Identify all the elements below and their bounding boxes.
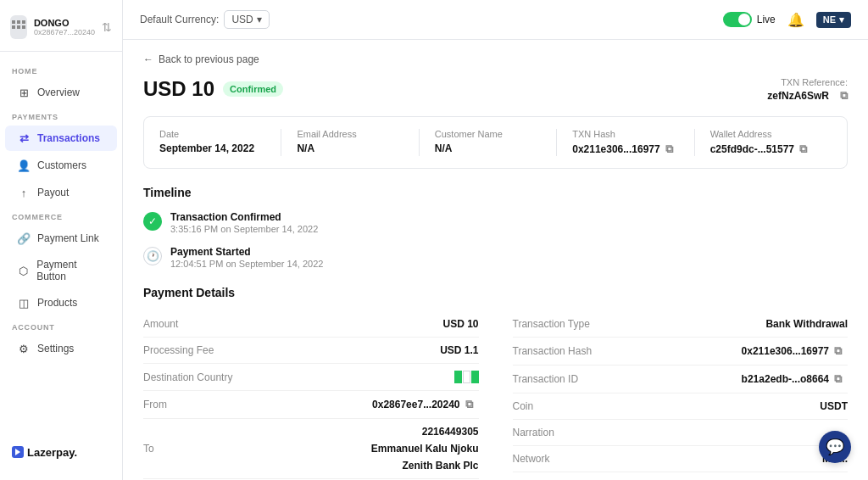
- timeline-title: Timeline: [143, 186, 848, 199]
- account-section-label: ACCOUNT: [0, 316, 122, 335]
- back-link[interactable]: ← Back to previous page: [143, 53, 848, 65]
- info-email-col: Email Address N/A: [281, 129, 418, 156]
- detail-amount-value: USD 10: [442, 318, 478, 330]
- detail-to-label: To: [143, 443, 154, 455]
- info-date-value: September 14, 2022: [159, 142, 281, 154]
- currency-select[interactable]: USD ▾: [224, 10, 269, 29]
- toggle-thumb: [738, 14, 750, 25]
- svg-rect-0: [12, 20, 15, 24]
- detail-txn-hash: Transaction Hash 0x211e306...16977 ⧉: [513, 338, 849, 366]
- brand-name: DONGO: [34, 18, 95, 28]
- txn-ref-value: zefNzA6SwR ⧉: [767, 89, 848, 103]
- txn-status-badge: Confirmed: [223, 81, 283, 97]
- chat-icon: 💬: [826, 438, 844, 456]
- chat-bubble[interactable]: 💬: [819, 431, 851, 463]
- detail-from-value: 0x2867ee7...20240 ⧉: [372, 398, 478, 411]
- info-date-label: Date: [159, 129, 281, 139]
- hash-copy-icon[interactable]: ⧉: [665, 142, 679, 156]
- detail-network: Network Mai...: [513, 446, 849, 472]
- txn-id-copy-icon[interactable]: ⧉: [834, 372, 848, 386]
- brand-chevron-icon: ⇅: [102, 20, 112, 34]
- started-icon: 🕐: [143, 247, 162, 265]
- payment-details-section: Payment Details Amount USD 10 Processing…: [143, 286, 848, 479]
- back-link-text: Back to previous page: [159, 53, 259, 65]
- info-wallet-label: Wallet Address: [710, 129, 832, 139]
- toggle-track[interactable]: [723, 12, 752, 27]
- wallet-copy-icon[interactable]: ⧉: [799, 142, 813, 156]
- sidebar-item-products[interactable]: ◫ Products: [5, 290, 117, 315]
- timeline-item-started: 🕐 Payment Started 12:04:51 PM on Septemb…: [143, 246, 848, 269]
- sidebar-item-customers[interactable]: 👤 Customers: [5, 153, 117, 178]
- sidebar-item-settings[interactable]: ⚙ Settings: [5, 336, 117, 361]
- currency-label: Default Currency:: [140, 14, 219, 25]
- detail-to: To 2216449305 Emmanuel Kalu Njoku Zenith…: [143, 419, 479, 479]
- timeline-item-confirmed: ✓ Transaction Confirmed 3:35:16 PM on Se…: [143, 211, 848, 234]
- main-content: Default Currency: USD ▾ Live 🔔 NE ▾ ←: [123, 0, 868, 480]
- lazerpay-logo: Lazerpay.: [12, 443, 110, 461]
- sidebar-item-payout[interactable]: ↑ Payout: [5, 180, 117, 205]
- detail-coin: Coin USDT: [513, 393, 849, 420]
- payments-section-label: PAYMENTS: [0, 106, 122, 125]
- detail-txn-type-label: Transaction Type: [513, 318, 590, 330]
- timeline-started-text: Payment Started 12:04:51 PM on September…: [170, 246, 323, 269]
- timeline-started-time: 12:04:51 PM on September 14, 2022: [170, 259, 323, 269]
- sidebar-item-overview-label: Overview: [37, 87, 80, 98]
- detail-fee-label: Processing Fee: [143, 344, 214, 356]
- home-section-label: HOME: [0, 60, 122, 79]
- detail-from-label: From: [143, 399, 167, 410]
- from-copy-icon[interactable]: ⧉: [465, 398, 479, 411]
- detail-coin-label: Coin: [513, 400, 534, 412]
- info-wallet-value: c25fd9dc-...51577 ⧉: [710, 142, 832, 156]
- txn-hash-copy-icon[interactable]: ⧉: [834, 344, 848, 358]
- detail-from: From 0x2867ee7...20240 ⧉: [143, 391, 479, 419]
- page-content: ← Back to previous page USD 10 Confirmed…: [123, 40, 868, 480]
- sidebar-item-overview[interactable]: ⊞ Overview: [5, 80, 117, 105]
- detail-txn-type: Transaction Type Bank Withdrawal: [513, 311, 849, 338]
- svg-text:Lazerpay.: Lazerpay.: [27, 446, 77, 459]
- confirmed-icon: ✓: [143, 212, 162, 231]
- details-right: Transaction Type Bank Withdrawal Transac…: [513, 311, 849, 479]
- sidebar-item-customers-label: Customers: [37, 159, 86, 171]
- customers-icon: 👤: [17, 159, 31, 172]
- timeline-confirmed-title: Transaction Confirmed: [170, 211, 318, 223]
- detail-to-value: 2216449305 Emmanuel Kalu Njoku Zenith Ba…: [371, 426, 479, 472]
- user-chevron-icon: ▾: [839, 14, 844, 25]
- detail-txn-hash-label: Transaction Hash: [513, 345, 593, 357]
- info-date-col: Date September 14, 2022: [159, 129, 281, 156]
- sidebar-item-payment-link-label: Payment Link: [37, 232, 99, 244]
- info-email-label: Email Address: [297, 129, 418, 139]
- currency-value: USD: [231, 14, 253, 25]
- info-hash-col: TXN Hash 0x211e306...16977 ⧉: [556, 129, 693, 156]
- commerce-section-label: COMMERCE: [0, 206, 122, 225]
- payment-button-icon: ⬡: [17, 264, 30, 277]
- detail-network-label: Network: [513, 453, 550, 465]
- txn-amount: USD 10 Confirmed: [143, 77, 283, 101]
- detail-to-name: Emmanuel Kalu Njoku: [371, 443, 479, 455]
- detail-to-account: 2216449305: [422, 426, 479, 438]
- topbar: Default Currency: USD ▾ Live 🔔 NE ▾: [123, 0, 868, 40]
- settings-icon: ⚙: [17, 342, 31, 355]
- detail-txn-type-value: Bank Withdrawal: [765, 318, 848, 330]
- svg-rect-1: [17, 20, 20, 24]
- topbar-right: Live 🔔 NE ▾: [723, 12, 851, 28]
- svg-rect-4: [17, 25, 20, 29]
- user-badge[interactable]: NE ▾: [816, 12, 851, 28]
- detail-narration-label: Narration: [513, 427, 554, 438]
- detail-fee-value: USD 1.1: [440, 344, 478, 356]
- brand-area[interactable]: DONGO 0x2867e7...20240 ⇅: [0, 8, 122, 52]
- sidebar-item-payment-link[interactable]: 🔗 Payment Link: [5, 226, 117, 251]
- detail-destination-value: [454, 371, 479, 383]
- timeline-confirmed-time: 3:35:16 PM on September 14, 2022: [170, 224, 318, 234]
- txn-ref-copy-icon[interactable]: ⧉: [834, 89, 848, 103]
- txn-ref: TXN Reference: zefNzA6SwR ⧉: [767, 77, 848, 103]
- bell-icon[interactable]: 🔔: [787, 12, 804, 28]
- sidebar-item-payout-label: Payout: [37, 187, 69, 198]
- sidebar: DONGO 0x2867e7...20240 ⇅ HOME ⊞ Overview…: [0, 0, 123, 480]
- live-toggle[interactable]: Live: [723, 12, 776, 27]
- topbar-left: Default Currency: USD ▾: [140, 10, 270, 29]
- detail-destination: Destination Country: [143, 364, 479, 391]
- sidebar-item-transactions[interactable]: ⇄ Transactions: [5, 126, 117, 151]
- currency-chevron-icon: ▾: [257, 14, 262, 25]
- sidebar-item-payment-button[interactable]: ⬡ Payment Button: [5, 253, 117, 288]
- detail-destination-label: Destination Country: [143, 371, 232, 383]
